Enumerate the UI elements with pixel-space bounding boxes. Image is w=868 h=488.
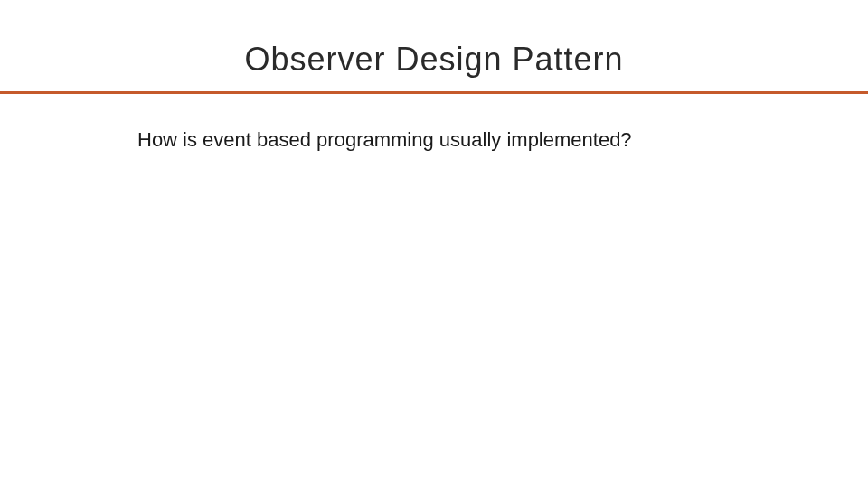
body-text: How is event based programming usually i… xyxy=(0,94,868,152)
slide-title: Observer Design Pattern xyxy=(0,0,868,91)
